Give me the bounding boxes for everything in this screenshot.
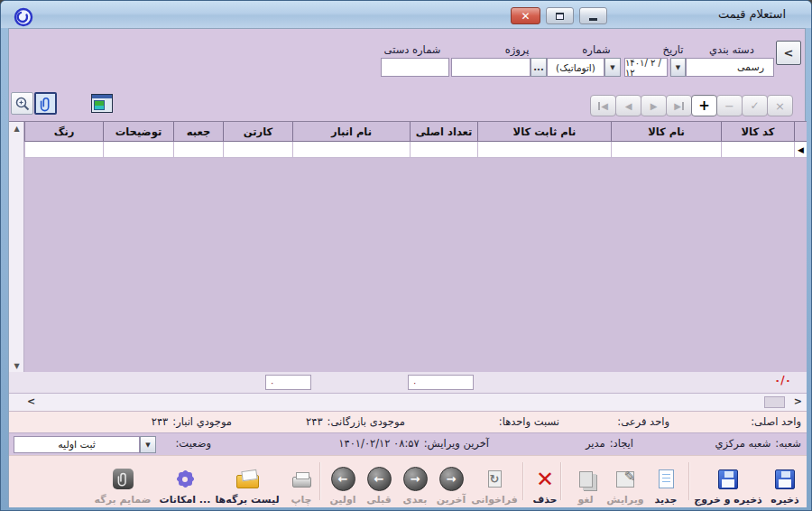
toolbar-separator: [319, 462, 320, 500]
cancel-button[interactable]: لغو: [567, 459, 604, 506]
scroll-left-icon[interactable]: <: [27, 395, 35, 407]
grid-cell[interactable]: [721, 142, 794, 158]
nav-next-button[interactable]: ▶: [641, 95, 667, 116]
recall-label: فراخوانی: [471, 494, 518, 506]
grid-cell[interactable]: [223, 142, 292, 158]
column-header[interactable]: نام ثابت کالا: [477, 122, 611, 142]
main-unit: واحد اصلی:: [751, 415, 801, 428]
action-toolbar: ذخیره ذخیره و خروج جدید ویرایش لغو ✕: [9, 455, 807, 507]
sheet-attachments-label: ضمایم برگه: [95, 494, 152, 506]
attachments-button[interactable]: [34, 92, 57, 115]
scroll-down-icon[interactable]: ▼: [9, 362, 24, 370]
nav-post-button[interactable]: ✓: [742, 95, 768, 116]
nav-insert-button[interactable]: +: [691, 95, 717, 116]
sheet-list-label: لیست برگه‌ها: [215, 494, 279, 506]
zoom-button[interactable]: [11, 92, 33, 115]
delete-record-icon: −: [724, 99, 734, 113]
category-combobox[interactable]: رسمی: [686, 58, 774, 77]
printer-icon: [292, 467, 311, 491]
record-status-row: شعبه: شعبه مرکزي ایجاد: مدیر آخرین ویرای…: [9, 432, 807, 455]
column-header[interactable]: کد کالا: [721, 122, 794, 142]
first-label: اولین: [329, 494, 355, 506]
state-combobox[interactable]: ثبت اولیه: [14, 436, 140, 453]
folder-icon: [236, 467, 259, 491]
commercial-stock: موجودی بازرگانی: ۲۴۳: [306, 415, 405, 428]
nav-prior-button[interactable]: ◀: [615, 95, 641, 116]
save-exit-button[interactable]: ذخیره و خروج: [695, 459, 761, 506]
branch-value: شعبه مرکزي: [715, 437, 770, 450]
state-dropdown-icon[interactable]: ▼: [140, 436, 156, 453]
nav-delete-button[interactable]: −: [716, 95, 743, 116]
nav-last-button[interactable]: ▶: [666, 95, 692, 116]
sheet-attachments-button[interactable]: ضمایم برگه: [92, 459, 153, 506]
red-x-icon: ✕: [536, 467, 554, 491]
first-record-button[interactable]: ← اولین: [325, 459, 361, 506]
options-label: امکانات ...: [160, 494, 211, 506]
scroll-up-icon[interactable]: ▲: [9, 125, 24, 133]
branch-label: شعبه:: [775, 437, 801, 450]
grid-indicator-header: [794, 122, 807, 142]
new-button[interactable]: جدید: [646, 459, 686, 506]
new-label: جدید: [655, 494, 678, 506]
print-button[interactable]: چاپ: [283, 459, 319, 506]
project-input[interactable]: [451, 58, 531, 77]
previous-record-button[interactable]: ← قبلی: [361, 459, 397, 506]
creator-value: مدیر: [586, 437, 605, 450]
recall-button[interactable]: فراخوانی: [469, 459, 520, 506]
open-form-button[interactable]: [88, 90, 115, 116]
db-navigator: ◀ ◀ ▶ ▶ + − ✓ ×: [591, 95, 793, 116]
nav-first-button[interactable]: ◀: [590, 95, 616, 116]
collapse-panel-button[interactable]: <: [776, 41, 801, 65]
save-button[interactable]: ذخیره: [763, 459, 807, 506]
unit-ratio: نسبت واحدها:: [499, 415, 559, 428]
column-header[interactable]: کارتن: [223, 122, 292, 142]
sheet-list-button[interactable]: لیست برگه‌ها: [215, 459, 280, 506]
maximize-icon[interactable]: [546, 7, 574, 24]
manual-number-input[interactable]: [381, 58, 449, 77]
warehouse-stock-label: موجودي انبار:: [172, 415, 232, 428]
grid-cell[interactable]: [611, 142, 721, 158]
column-header[interactable]: نام کالا: [611, 122, 721, 142]
maximize-glyph: [556, 13, 564, 20]
last-edit: آخرین ویرایش: ۱۴۰۱/۰۲/۱۲ ۰۸:۵۷: [338, 437, 489, 450]
date-input[interactable]: ۱۴۰۱/ ۲ /۱۲: [624, 58, 668, 77]
last-record-button[interactable]: → آخرین: [433, 459, 469, 506]
category-dropdown-icon[interactable]: ▼: [670, 58, 686, 77]
column-header[interactable]: نام انبار: [292, 122, 410, 142]
cancel-label: لغو: [577, 494, 593, 506]
scrollbar-thumb[interactable]: [764, 396, 785, 408]
magnifier-plus-icon: [14, 96, 31, 112]
sum-carton-box: ۰: [265, 375, 311, 390]
project-browse-button[interactable]: ...: [531, 58, 547, 77]
edit-button[interactable]: ویرایش: [604, 459, 646, 506]
column-header[interactable]: جعبه: [173, 122, 223, 142]
close-icon[interactable]: ✕: [511, 7, 540, 24]
column-header[interactable]: توضیحات: [103, 122, 173, 142]
scroll-right-icon[interactable]: >: [794, 395, 802, 407]
first-record-icon: ◀: [598, 101, 608, 111]
column-header[interactable]: رنگ: [24, 122, 103, 142]
column-header[interactable]: تعداد اصلی: [410, 122, 477, 142]
grid-cell[interactable]: [103, 142, 173, 158]
grid-cell[interactable]: [173, 142, 223, 158]
grid-row-empty[interactable]: ◀: [24, 142, 807, 158]
titlebar[interactable]: استعلام قیمت ✕: [1, 1, 812, 28]
next-record-button[interactable]: → بعدی: [397, 459, 433, 506]
number-combobox[interactable]: (اتوماتیک): [547, 58, 604, 77]
options-button[interactable]: امکانات ...: [157, 459, 213, 506]
form-body: < دسته بندي رسمی ▼ تاریخ ۱۴۰۱/ ۲ /۱۲ شما…: [8, 28, 806, 506]
next-record-icon: ▶: [651, 101, 658, 111]
creator-label: ایجاد:: [610, 437, 633, 450]
grid-cell[interactable]: [477, 142, 611, 158]
grid-cell[interactable]: [24, 142, 103, 158]
refresh-document-icon: [488, 467, 502, 491]
grid-cell[interactable]: [410, 142, 477, 158]
grid-cell[interactable]: [292, 142, 410, 158]
nav-cancel-button[interactable]: ×: [767, 95, 793, 116]
creator: ایجاد: مدیر: [586, 437, 633, 450]
minimize-icon[interactable]: [579, 7, 607, 24]
grid-horizontal-scrollbar[interactable]: < >: [9, 393, 807, 411]
delete-button[interactable]: ✕ حذف: [529, 459, 561, 506]
grid-vertical-scrollbar[interactable]: ▲ ▼: [9, 122, 24, 394]
number-dropdown-icon[interactable]: ▼: [604, 58, 621, 77]
